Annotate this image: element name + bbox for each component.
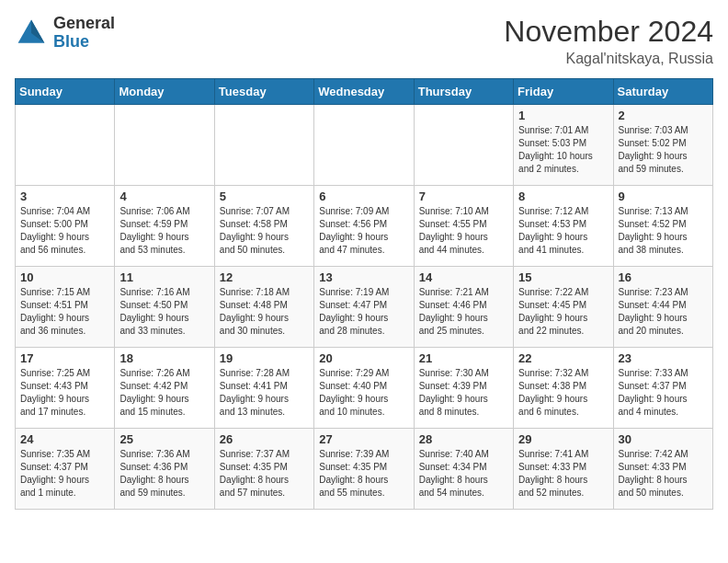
day-info: Sunrise: 7:07 AM Sunset: 4:58 PM Dayligh… [220,205,309,257]
day-number: 1 [518,109,608,122]
calendar-header-monday: Monday [115,79,214,105]
day-number: 10 [20,270,109,284]
day-info: Sunrise: 7:25 AM Sunset: 4:43 PM Dayligh… [20,367,109,419]
day-number: 8 [518,190,608,203]
day-info: Sunrise: 7:40 AM Sunset: 4:34 PM Dayligh… [419,448,508,500]
calendar-week-row: 10Sunrise: 7:15 AM Sunset: 4:51 PM Dayli… [16,267,713,348]
logo-general: General [53,15,115,33]
calendar-cell: 17Sunrise: 7:25 AM Sunset: 4:43 PM Dayli… [16,348,115,429]
day-info: Sunrise: 7:36 AM Sunset: 4:36 PM Dayligh… [119,448,209,500]
day-number: 19 [220,351,309,365]
day-info: Sunrise: 7:10 AM Sunset: 4:55 PM Dayligh… [419,205,508,257]
calendar-header-sunday: Sunday [16,79,115,105]
day-number: 29 [518,432,608,446]
day-info: Sunrise: 7:15 AM Sunset: 4:51 PM Dayligh… [20,286,109,338]
day-number: 9 [619,190,708,203]
calendar-cell: 18Sunrise: 7:26 AM Sunset: 4:42 PM Dayli… [115,348,214,429]
calendar-cell: 3Sunrise: 7:04 AM Sunset: 5:00 PM Daylig… [16,186,115,267]
logo-blue: Blue [53,33,115,52]
day-info: Sunrise: 7:33 AM Sunset: 4:37 PM Dayligh… [619,367,708,419]
day-number: 2 [619,109,708,122]
day-info: Sunrise: 7:42 AM Sunset: 4:33 PM Dayligh… [619,448,708,500]
calendar-cell: 12Sunrise: 7:18 AM Sunset: 4:48 PM Dayli… [214,267,313,348]
calendar-cell: 24Sunrise: 7:35 AM Sunset: 4:37 PM Dayli… [16,429,115,510]
calendar-cell: 15Sunrise: 7:22 AM Sunset: 4:45 PM Dayli… [514,267,613,348]
calendar-header-wednesday: Wednesday [314,79,414,105]
day-info: Sunrise: 7:18 AM Sunset: 4:48 PM Dayligh… [220,286,309,338]
calendar-header-row: SundayMondayTuesdayWednesdayThursdayFrid… [16,79,713,105]
day-info: Sunrise: 7:23 AM Sunset: 4:44 PM Dayligh… [619,286,708,338]
day-number: 13 [319,270,408,284]
day-number: 28 [419,432,508,446]
page-header: General Blue November 2024 Kagal'nitskay… [15,15,713,67]
day-number: 30 [619,432,708,446]
logo: General Blue [15,15,115,52]
calendar-cell: 10Sunrise: 7:15 AM Sunset: 4:51 PM Dayli… [16,267,115,348]
day-number: 4 [119,190,209,203]
day-info: Sunrise: 7:21 AM Sunset: 4:46 PM Dayligh… [419,286,508,338]
calendar-cell: 13Sunrise: 7:19 AM Sunset: 4:47 PM Dayli… [314,267,414,348]
calendar-cell: 6Sunrise: 7:09 AM Sunset: 4:56 PM Daylig… [314,186,414,267]
day-info: Sunrise: 7:41 AM Sunset: 4:33 PM Dayligh… [518,448,608,500]
calendar-header-friday: Friday [514,79,613,105]
day-number: 26 [220,432,309,446]
day-number: 16 [619,270,708,284]
calendar-week-row: 1Sunrise: 7:01 AM Sunset: 5:03 PM Daylig… [16,105,713,186]
day-info: Sunrise: 7:32 AM Sunset: 4:38 PM Dayligh… [518,367,608,419]
day-number: 7 [419,190,508,203]
day-info: Sunrise: 7:03 AM Sunset: 5:02 PM Dayligh… [619,124,708,176]
calendar-cell: 23Sunrise: 7:33 AM Sunset: 4:37 PM Dayli… [613,348,712,429]
calendar-week-row: 3Sunrise: 7:04 AM Sunset: 5:00 PM Daylig… [16,186,713,267]
calendar-cell [214,105,313,186]
day-number: 5 [220,190,309,203]
calendar-cell: 21Sunrise: 7:30 AM Sunset: 4:39 PM Dayli… [414,348,513,429]
day-info: Sunrise: 7:26 AM Sunset: 4:42 PM Dayligh… [119,367,209,419]
day-number: 17 [20,351,109,365]
calendar-header-tuesday: Tuesday [214,79,313,105]
calendar-cell: 22Sunrise: 7:32 AM Sunset: 4:38 PM Dayli… [514,348,613,429]
day-info: Sunrise: 7:16 AM Sunset: 4:50 PM Dayligh… [119,286,209,338]
day-number: 21 [419,351,508,365]
logo-text: General Blue [53,15,115,52]
day-number: 18 [119,351,209,365]
calendar-week-row: 24Sunrise: 7:35 AM Sunset: 4:37 PM Dayli… [16,429,713,510]
day-number: 11 [119,270,209,284]
day-info: Sunrise: 7:01 AM Sunset: 5:03 PM Dayligh… [518,124,608,176]
calendar-cell [115,105,214,186]
calendar-cell: 29Sunrise: 7:41 AM Sunset: 4:33 PM Dayli… [514,429,613,510]
calendar-cell: 26Sunrise: 7:37 AM Sunset: 4:35 PM Dayli… [214,429,313,510]
calendar-cell: 28Sunrise: 7:40 AM Sunset: 4:34 PM Dayli… [414,429,513,510]
day-number: 12 [220,270,309,284]
day-info: Sunrise: 7:19 AM Sunset: 4:47 PM Dayligh… [319,286,408,338]
day-info: Sunrise: 7:06 AM Sunset: 4:59 PM Dayligh… [119,205,209,257]
day-number: 25 [119,432,209,446]
calendar-cell: 14Sunrise: 7:21 AM Sunset: 4:46 PM Dayli… [414,267,513,348]
calendar-cell: 19Sunrise: 7:28 AM Sunset: 4:41 PM Dayli… [214,348,313,429]
day-info: Sunrise: 7:22 AM Sunset: 4:45 PM Dayligh… [518,286,608,338]
calendar-cell: 1Sunrise: 7:01 AM Sunset: 5:03 PM Daylig… [514,105,613,186]
calendar-cell: 16Sunrise: 7:23 AM Sunset: 4:44 PM Dayli… [613,267,712,348]
calendar: SundayMondayTuesdayWednesdayThursdayFrid… [15,78,713,510]
calendar-cell [314,105,414,186]
day-info: Sunrise: 7:12 AM Sunset: 4:53 PM Dayligh… [518,205,608,257]
day-number: 14 [419,270,508,284]
calendar-cell [16,105,115,186]
day-number: 6 [319,190,408,203]
day-number: 23 [619,351,708,365]
day-info: Sunrise: 7:28 AM Sunset: 4:41 PM Dayligh… [220,367,309,419]
calendar-cell: 30Sunrise: 7:42 AM Sunset: 4:33 PM Dayli… [613,429,712,510]
calendar-cell: 8Sunrise: 7:12 AM Sunset: 4:53 PM Daylig… [514,186,613,267]
day-info: Sunrise: 7:13 AM Sunset: 4:52 PM Dayligh… [619,205,708,257]
day-info: Sunrise: 7:04 AM Sunset: 5:00 PM Dayligh… [20,205,109,257]
title-block: November 2024 Kagal'nitskaya, Russia [504,15,713,67]
day-info: Sunrise: 7:30 AM Sunset: 4:39 PM Dayligh… [419,367,508,419]
calendar-cell: 20Sunrise: 7:29 AM Sunset: 4:40 PM Dayli… [314,348,414,429]
calendar-header-thursday: Thursday [414,79,513,105]
day-info: Sunrise: 7:35 AM Sunset: 4:37 PM Dayligh… [20,448,109,500]
location: Kagal'nitskaya, Russia [504,51,713,67]
calendar-week-row: 17Sunrise: 7:25 AM Sunset: 4:43 PM Dayli… [16,348,713,429]
day-info: Sunrise: 7:37 AM Sunset: 4:35 PM Dayligh… [220,448,309,500]
day-number: 22 [518,351,608,365]
calendar-cell: 7Sunrise: 7:10 AM Sunset: 4:55 PM Daylig… [414,186,513,267]
day-info: Sunrise: 7:39 AM Sunset: 4:35 PM Dayligh… [319,448,408,500]
